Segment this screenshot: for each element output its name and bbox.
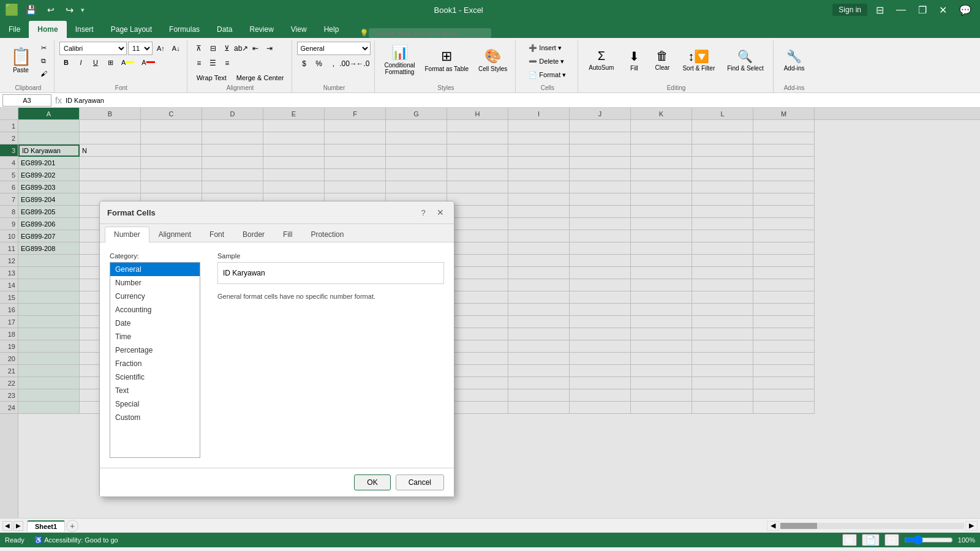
category-item-custom[interactable]: Custom [110, 411, 200, 424]
category-item-fraction[interactable]: Fraction [110, 357, 200, 370]
cell-reference-box[interactable] [2, 94, 51, 107]
comments-button[interactable]: 💬 [956, 4, 975, 16]
formula-input[interactable] [66, 94, 978, 107]
modal-header[interactable]: Format Cells ? ✕ [100, 201, 454, 224]
zoom-slider[interactable] [904, 535, 953, 545]
font-size-select[interactable]: 11 [128, 42, 153, 55]
normal-view-button[interactable]: ⊞ [842, 534, 857, 546]
category-item-percentage[interactable]: Percentage [110, 343, 200, 357]
italic-button[interactable]: I [74, 56, 88, 69]
underline-button[interactable]: U [89, 56, 102, 69]
restore-button[interactable]: ❐ [914, 4, 930, 16]
sheet-tab-sheet1[interactable]: Sheet1 [27, 520, 65, 531]
category-item-special[interactable]: Special [110, 397, 200, 411]
align-middle-button[interactable]: ⊟ [206, 42, 220, 55]
cell-styles-button[interactable]: 🎨 Cell Styles [474, 42, 511, 78]
cancel-button[interactable]: Cancel [396, 474, 444, 490]
cut-button[interactable]: ✂ [37, 42, 50, 54]
bold-button[interactable]: B [59, 56, 73, 69]
page-layout-view-button[interactable]: 📄 [862, 534, 880, 546]
fill-button[interactable]: ⬇ Fill [620, 42, 647, 78]
ribbon-display-button[interactable]: ⊟ [872, 4, 888, 16]
align-right-button[interactable]: ≡ [221, 56, 234, 70]
insert-cells-button[interactable]: ➕ Insert ▾ [524, 42, 570, 54]
align-top-button[interactable]: ⊼ [192, 42, 206, 55]
tab-protection[interactable]: Protection [301, 227, 353, 242]
align-center-button[interactable]: ☰ [206, 56, 220, 70]
category-item-time[interactable]: Time [110, 330, 200, 343]
percent-button[interactable]: % [312, 57, 325, 70]
addins-button[interactable]: 🔧 Add-ins [778, 42, 810, 78]
category-item-accounting[interactable]: Accounting [110, 303, 200, 317]
delete-cells-button[interactable]: ➖ Delete ▾ [524, 55, 570, 67]
tab-insert[interactable]: Insert [67, 21, 102, 38]
tab-font[interactable]: Font [200, 227, 233, 242]
tab-alignment[interactable]: Alignment [149, 227, 200, 242]
tab-number[interactable]: Number [105, 227, 149, 242]
decrease-decimal-button[interactable]: ←.0 [356, 57, 369, 70]
comma-button[interactable]: , [326, 57, 340, 70]
add-sheet-button[interactable]: + [66, 520, 78, 532]
sign-in-button[interactable]: Sign in [832, 4, 867, 16]
tab-page-layout[interactable]: Page Layout [102, 21, 160, 38]
tab-formulas[interactable]: Formulas [160, 21, 208, 38]
find-select-button[interactable]: 🔍 Find & Select [722, 42, 769, 78]
hscrollbar[interactable] [780, 523, 964, 529]
help-button[interactable]: ? [417, 206, 429, 219]
fill-color-button[interactable]: A [118, 56, 137, 69]
format-cells-button[interactable]: 📄 Format ▾ [524, 69, 570, 81]
category-list[interactable]: General Number Currency Accounting Date … [110, 262, 200, 458]
undo-button[interactable]: ↩ [43, 5, 58, 15]
tell-me-input[interactable] [369, 28, 491, 38]
tell-me-bar[interactable]: 💡 [347, 28, 980, 38]
scroll-left-button[interactable]: ◀ [767, 521, 779, 531]
category-item-date[interactable]: Date [110, 317, 200, 330]
tab-help[interactable]: Help [315, 21, 348, 38]
sort-filter-button[interactable]: ↕🔽 Sort & Filter [677, 42, 720, 78]
align-left-button[interactable]: ≡ [192, 56, 206, 70]
currency-button[interactable]: $ [297, 57, 311, 70]
scroll-sheets-left[interactable]: ◀ [2, 521, 12, 531]
border-button[interactable]: ⊞ [104, 56, 117, 69]
ok-button[interactable]: OK [354, 474, 390, 490]
redo-button[interactable]: ↪ [62, 4, 77, 16]
tab-review[interactable]: Review [241, 21, 282, 38]
indent-decrease-button[interactable]: ⇤ [249, 42, 262, 55]
number-format-select[interactable]: General [297, 42, 371, 55]
category-item-number[interactable]: Number [110, 276, 200, 290]
font-color-button[interactable]: A [138, 56, 157, 69]
tab-fill[interactable]: Fill [274, 227, 301, 242]
increase-decimal-button[interactable]: .00→ [341, 57, 355, 70]
tab-file[interactable]: File [0, 21, 29, 38]
font-name-select[interactable]: Calibri [59, 42, 127, 55]
autosum-button[interactable]: Σ AutoSum [583, 42, 619, 78]
category-item-scientific[interactable]: Scientific [110, 370, 200, 384]
close-button[interactable]: ✕ [935, 4, 951, 16]
conditional-formatting-button[interactable]: 📊 ConditionalFormatting [380, 42, 419, 78]
minimize-button[interactable]: — [892, 4, 910, 15]
orientation-button[interactable]: ab↗ [235, 42, 248, 55]
copy-button[interactable]: ⧉ [37, 54, 50, 67]
scroll-right-button[interactable]: ▶ [965, 521, 978, 531]
tab-view[interactable]: View [282, 21, 315, 38]
tab-data[interactable]: Data [208, 21, 241, 38]
save-button[interactable]: 💾 [22, 5, 40, 15]
tab-border[interactable]: Border [233, 227, 274, 242]
decrease-font-button[interactable]: A↓ [169, 42, 183, 54]
align-bottom-button[interactable]: ⊻ [221, 42, 234, 55]
category-item-text[interactable]: Text [110, 384, 200, 397]
scroll-sheets-right[interactable]: ▶ [13, 521, 23, 531]
category-item-general[interactable]: General [110, 263, 200, 276]
clear-button[interactable]: 🗑 Clear [649, 42, 676, 78]
paste-button[interactable]: 📋 Paste [6, 42, 36, 78]
tab-home[interactable]: Home [29, 21, 66, 38]
page-break-view-button[interactable]: ⊡ [884, 534, 899, 546]
format-as-table-button[interactable]: ⊞ Format as Table [421, 42, 473, 78]
wrap-text-button[interactable]: Wrap Text [192, 71, 231, 84]
merge-center-button[interactable]: Merge & Center [232, 71, 288, 84]
close-dialog-button[interactable]: ✕ [434, 206, 447, 219]
increase-font-button[interactable]: A↑ [154, 42, 168, 54]
indent-increase-button[interactable]: ⇥ [263, 42, 276, 55]
category-item-currency[interactable]: Currency [110, 290, 200, 303]
format-painter-button[interactable]: 🖌 [37, 67, 50, 80]
